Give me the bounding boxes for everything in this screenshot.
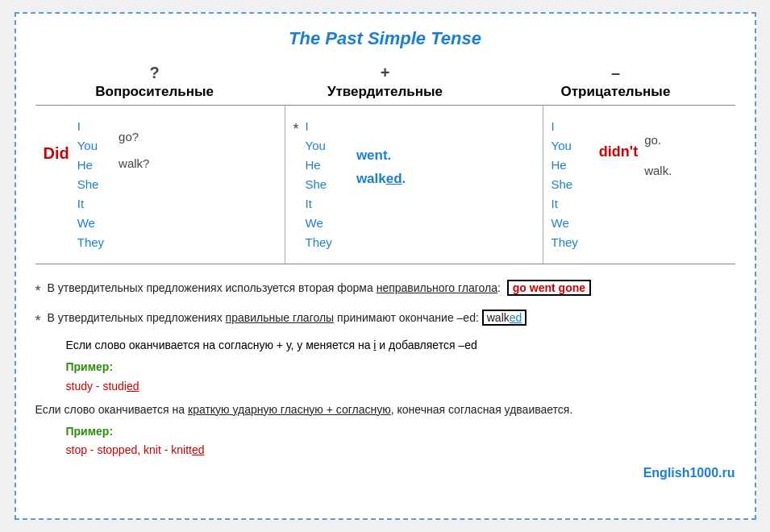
note2-extra-line: Если слово оканчивается на согласную + у… (66, 336, 735, 355)
negative-header: – Отрицательные (504, 64, 726, 100)
note2-i: i (373, 339, 376, 351)
q-verb-walk: walk? (119, 150, 149, 177)
question-cell: Did IYouHeSheItWeThey go? walk? (35, 106, 285, 264)
went-word: went. (356, 144, 406, 168)
neg-pronouns: IYouHeSheItWeThey (551, 117, 578, 252)
page-title: The Past Simple Tense (35, 28, 735, 49)
negative-cell: IYouHeSheItWeThey didn't go.walk. (543, 106, 735, 264)
note1-text: В утвердительных предложениях использует… (48, 279, 592, 297)
example2-block: Пример: stop - stopped, knit - knitted (66, 422, 735, 459)
negative-label: Отрицательные (561, 84, 671, 99)
q-verb-go: go? (119, 123, 149, 150)
question-header: ? Вопросительные (44, 64, 266, 100)
note1: * В утвердительных предложениях использу… (35, 279, 735, 304)
note2: * В утвердительных предложениях правильн… (35, 309, 735, 334)
note2-underline: правильные глаголы (226, 311, 335, 324)
affirmative-label: Утвердительные (327, 84, 443, 99)
pronouns-list: IYouHeSheItWeThey (77, 117, 104, 252)
main-table: Did IYouHeSheItWeThey go? walk? * IYouHe… (35, 105, 735, 264)
note1-star: * (35, 280, 41, 304)
example2-label: Пример: (66, 425, 114, 438)
note3-text: Если слово оканчивается на краткую ударн… (35, 403, 573, 416)
note2-star: * (35, 310, 41, 334)
affirmative-cell: * IYouHeSheItWeThey went. walked. (285, 106, 543, 264)
question-label: Вопросительные (95, 84, 214, 99)
site-label: English1000.ru (35, 466, 735, 480)
question-symbol: ? (44, 64, 266, 82)
note1-box: go went gone (507, 280, 591, 296)
minus-symbol: – (504, 64, 726, 82)
asterisk-mark: * (293, 118, 299, 141)
note3: Если слово оканчивается на краткую ударн… (35, 401, 735, 419)
column-headers: ? Вопросительные + Утвердительные – Отри… (35, 64, 735, 100)
aff-pronouns: IYouHeSheItWeThey (306, 117, 332, 252)
did-label: Did (44, 141, 69, 166)
example1-content: study - studied (66, 380, 139, 393)
note2-extra-underline: согласную + у (219, 339, 290, 351)
affirmative-header: + Утвердительные (266, 64, 505, 100)
note2-box: walked (482, 310, 527, 326)
example2-content: stop - stopped, knit - knitted (66, 443, 205, 456)
walked-word: walked. (356, 168, 406, 191)
affirmative-inner: * IYouHeSheItWeThey went. walked. (293, 117, 535, 252)
note1-underline: неправильного глагола (377, 281, 497, 294)
went-walked-label: went. walked. (356, 144, 406, 191)
note2-text: В утвердительных предложениях правильные… (48, 309, 527, 327)
card: The Past Simple Tense ? Вопросительные +… (15, 12, 756, 520)
question-verbs: go? walk? (119, 123, 149, 177)
neg-verbs: go.walk. (644, 125, 672, 185)
example1-label: Пример: (66, 360, 114, 373)
plus-symbol: + (266, 64, 505, 82)
example1-block: Пример: study - studied (66, 358, 735, 395)
note3-underline: краткую ударную гласную + согласную (188, 403, 391, 416)
notes-section: * В утвердительных предложениях использу… (35, 279, 735, 459)
didnt-label: didn't (599, 141, 638, 164)
